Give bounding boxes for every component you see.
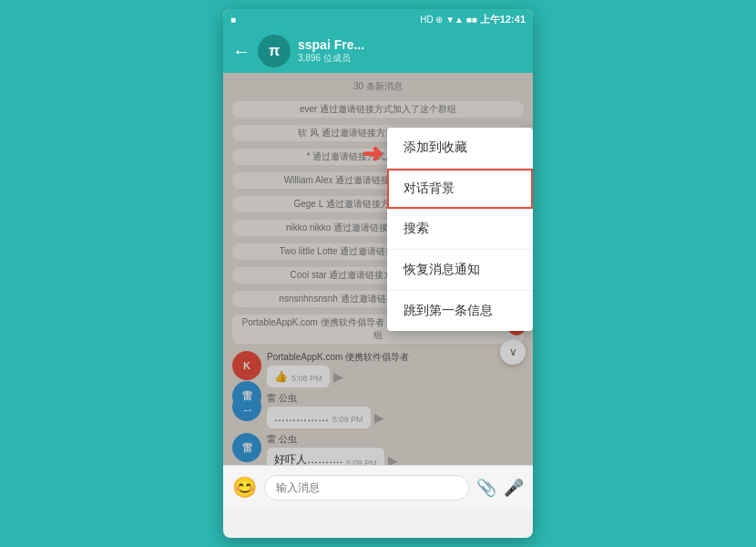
header-info: sspai Fre... 3,896 位成员 — [298, 37, 524, 65]
context-menu: 添加到收藏 对话背景 搜索 恢复消息通知 跳到第一条信息 — [387, 128, 533, 331]
chat-header: ← π sspai Fre... 3,896 位成员 — [223, 29, 533, 73]
back-button[interactable]: ← — [232, 41, 250, 62]
menu-chat-background[interactable]: 对话背景 — [387, 169, 533, 209]
input-bar: 😊 📎 🎤 — [223, 465, 533, 509]
menu-jump-first[interactable]: 跳到第一条信息 — [387, 291, 533, 331]
member-count: 3,896 位成员 — [298, 52, 524, 65]
red-arrow-indicator: ➜ — [362, 139, 383, 169]
menu-add-favorites[interactable]: 添加到收藏 — [387, 128, 533, 169]
avatar-icon: π — [269, 43, 280, 59]
status-network: HD ⊕ ▼▲ ■■ — [420, 15, 477, 25]
status-time: 上午12:41 — [480, 13, 526, 26]
status-left: ■ — [230, 15, 236, 25]
phone-frame: ■ HD ⊕ ▼▲ ■■ 上午12:41 ← π sspai Fre... 3,… — [223, 9, 533, 538]
message-input[interactable] — [264, 475, 469, 501]
status-bar: ■ HD ⊕ ▼▲ ■■ 上午12:41 — [223, 9, 533, 29]
attach-button[interactable]: 📎 — [476, 478, 496, 498]
mic-button[interactable]: 🎤 — [504, 478, 524, 498]
status-icon: ■ — [230, 15, 236, 25]
group-avatar: π — [258, 35, 291, 67]
status-right: HD ⊕ ▼▲ ■■ 上午12:41 — [420, 13, 526, 26]
emoji-button[interactable]: 😊 — [232, 476, 257, 500]
menu-search[interactable]: 搜索 — [387, 209, 533, 250]
menu-restore-notifications[interactable]: 恢复消息通知 — [387, 250, 533, 291]
chat-area: 30 条新消息 ever 通过邀请链接方式加入了这个群组 软 风 通过邀请链接方… — [223, 73, 533, 465]
group-name: sspai Fre... — [298, 37, 524, 52]
